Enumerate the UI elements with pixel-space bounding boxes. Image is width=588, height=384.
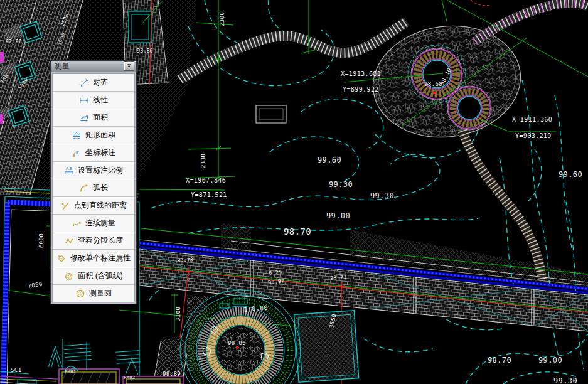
- panel-item-label: 面积: [93, 112, 108, 123]
- panel-item-segment-length[interactable]: 查看分段长度: [53, 232, 134, 249]
- panel-item-label: 设置标注比例: [78, 165, 123, 176]
- arc-length-icon: [79, 183, 90, 193]
- linear-dim-icon: [79, 95, 90, 105]
- panel-item-area[interactable]: 面积: [53, 109, 134, 126]
- panel-item-measure-circle[interactable]: 测量圆: [53, 284, 134, 302]
- dim-scale-icon: A:B: [64, 166, 75, 176]
- panel-item-label: 点到直线的距离: [74, 200, 127, 211]
- panel-item-align[interactable]: 对齐: [53, 74, 134, 91]
- close-button[interactable]: x: [124, 61, 134, 71]
- panel-item-label: 修改单个标注属性: [70, 253, 131, 264]
- panel-item-label: 连续测量: [85, 218, 115, 228]
- toolbar-body: 对齐 线性 面积 矩形面积 坐标标注 A:B 设置标注比例 弧长 点到直线的距离…: [52, 73, 135, 302]
- align-dim-icon: [79, 78, 90, 88]
- panel-item-label: 弧长: [93, 183, 108, 193]
- panel-item-point-line-dist[interactable]: 点到直线的距离: [53, 196, 134, 214]
- panel-item-continuous-measure[interactable]: 连续测量: [53, 214, 134, 232]
- panel-item-label: 对齐: [93, 77, 108, 88]
- continuous-icon: [72, 218, 82, 228]
- measure-toolbar: 测量 x 对齐 线性 面积 矩形面积 坐标标注 A:B 设置标注比例 弧长 点到…: [50, 60, 137, 304]
- point-line-icon: [60, 201, 71, 211]
- panel-item-label: 面积 (含弧线): [78, 270, 122, 281]
- measure-circle-icon: [75, 289, 86, 299]
- panel-item-label: 查看分段长度: [78, 235, 123, 246]
- panel-item-rect-area[interactable]: 矩形面积: [53, 126, 134, 144]
- panel-item-coord-dim[interactable]: 坐标标注: [53, 144, 134, 161]
- rect-area-icon: [72, 131, 82, 141]
- panel-item-arc-length[interactable]: 弧长: [53, 179, 134, 196]
- edit-attr-icon: [56, 253, 67, 264]
- panel-item-area-with-arc[interactable]: 面积 (含弧线): [53, 267, 134, 284]
- toolbar-title: 测量: [55, 61, 70, 72]
- area-icon: [79, 113, 90, 123]
- panel-item-dim-scale[interactable]: A:B 设置标注比例: [53, 161, 134, 179]
- panel-item-label: 线性: [93, 95, 108, 105]
- panel-item-label: 测量圆: [89, 288, 112, 299]
- panel-item-label: 矩形面积: [85, 130, 115, 141]
- area-arc-icon: [64, 271, 75, 281]
- toolbar-titlebar[interactable]: 测量 x: [51, 61, 136, 72]
- panel-item-label: 坐标标注: [85, 147, 115, 158]
- panel-item-edit-dim-attr[interactable]: 修改单个标注属性: [53, 249, 134, 267]
- segment-length-icon: [64, 236, 75, 246]
- cad-application-window: X=1913.681Y=899.922X=1911.360Y=903.219X=…: [0, 0, 588, 384]
- panel-item-linear[interactable]: 线性: [53, 91, 134, 109]
- svg-text:A:B: A:B: [66, 166, 72, 171]
- coord-dim-icon: [72, 148, 82, 158]
